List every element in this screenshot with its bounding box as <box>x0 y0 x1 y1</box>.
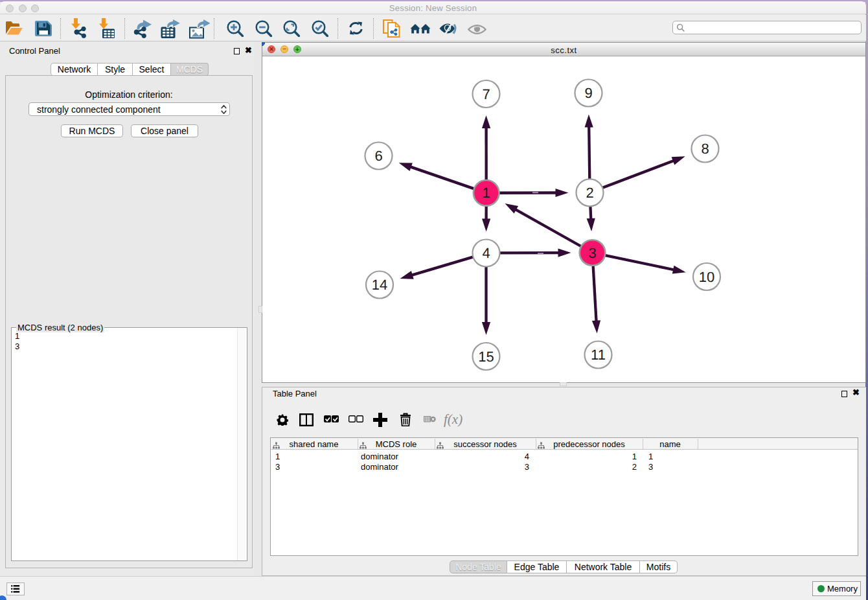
svg-text:11: 11 <box>591 347 606 363</box>
svg-text:2: 2 <box>586 185 593 201</box>
svg-text:7: 7 <box>482 86 490 102</box>
svg-text:6: 6 <box>374 148 382 164</box>
svg-text:10: 10 <box>699 269 714 285</box>
svg-text:3: 3 <box>588 245 596 261</box>
svg-text:1: 1 <box>483 185 490 201</box>
svg-text:15: 15 <box>478 349 494 365</box>
svg-text:8: 8 <box>701 141 709 157</box>
svg-text:9: 9 <box>584 85 592 101</box>
svg-text:14: 14 <box>372 277 387 293</box>
svg-text:4: 4 <box>482 245 490 261</box>
